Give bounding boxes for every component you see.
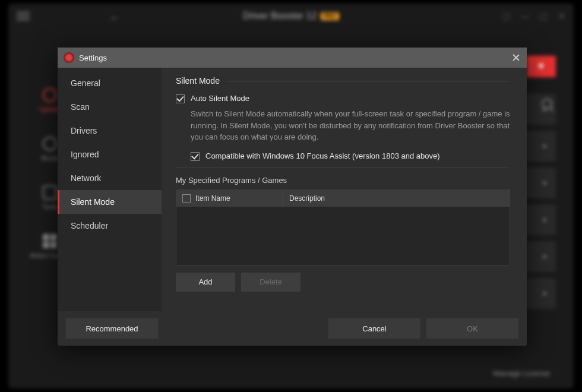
focus-assist-label: Compatible with Windows 10 Focus Assist … xyxy=(205,151,440,160)
chevron-down-icon: ▼ xyxy=(542,217,548,223)
programs-table: Item Name Description xyxy=(176,189,510,265)
hamburger-icon[interactable] xyxy=(17,12,30,20)
ok-button[interactable]: OK xyxy=(426,318,518,339)
select-all-checkbox[interactable] xyxy=(182,194,191,203)
close-app-icon[interactable]: ✕ xyxy=(558,11,565,21)
main-titlebar: Driver Booster 12 PRO ▢ — ▢ ✕ xyxy=(8,4,574,29)
nav-network[interactable]: Network xyxy=(58,166,162,190)
app-logo-icon xyxy=(64,52,74,63)
nav-silent-mode[interactable]: Silent Mode xyxy=(58,190,162,214)
back-icon[interactable]: ← xyxy=(109,12,120,24)
tools-icon xyxy=(43,185,57,200)
action-center-icon xyxy=(43,234,57,248)
nav-general[interactable]: General xyxy=(58,71,162,95)
edition-badge: PRO xyxy=(320,12,339,20)
update-icon xyxy=(43,88,57,102)
chevron-down-icon: ▼ xyxy=(542,254,548,260)
side-item-tools[interactable]: Tools xyxy=(42,185,58,210)
programs-section-label: My Specified Programs / Games xyxy=(176,176,510,185)
settings-dialog: Settings General Scan Drivers Ignored Ne… xyxy=(58,48,527,346)
maximize-icon[interactable]: ▢ xyxy=(540,11,548,21)
nav-ignored[interactable]: Ignored xyxy=(58,143,162,166)
close-icon[interactable] xyxy=(511,53,521,62)
settings-nav: General Scan Drivers Ignored Network Sil… xyxy=(58,68,162,311)
col-item-name: Item Name xyxy=(195,194,230,203)
app-title: Driver Booster 12 xyxy=(243,11,317,21)
auto-silent-checkbox[interactable] xyxy=(176,94,185,103)
col-description: Description xyxy=(289,194,325,203)
dialog-titlebar: Settings xyxy=(58,48,527,68)
table-header: Item Name Description xyxy=(176,190,510,207)
boost-icon xyxy=(43,137,57,151)
section-title: Silent Mode xyxy=(176,76,220,86)
add-button[interactable]: Add xyxy=(176,273,235,292)
primary-action-button[interactable]: ▼ xyxy=(526,56,556,77)
dialog-title: Settings xyxy=(79,53,107,62)
divider xyxy=(226,81,510,81)
nav-drivers[interactable]: Drivers xyxy=(58,119,162,143)
chevron-down-icon: ▼ xyxy=(542,290,548,297)
side-item-boost[interactable]: Boost xyxy=(42,137,58,162)
delete-button[interactable]: Delete xyxy=(241,273,301,292)
auto-silent-description: Switch to Silent Mode automatically when… xyxy=(191,108,510,143)
chevron-down-icon: ▼ xyxy=(542,143,548,150)
focus-assist-checkbox[interactable] xyxy=(191,152,200,161)
feedback-icon[interactable]: ▢ xyxy=(502,11,510,21)
search-icon[interactable] xyxy=(542,99,552,109)
manage-license-link[interactable]: Manage License xyxy=(494,369,550,378)
nav-scan[interactable]: Scan xyxy=(58,95,162,119)
auto-silent-label: Auto Silent Mode xyxy=(191,94,249,103)
settings-content: Silent Mode Auto Silent Mode Switch to S… xyxy=(162,68,527,311)
minimize-icon[interactable]: — xyxy=(521,11,529,21)
chevron-down-icon: ▼ xyxy=(542,180,548,186)
recommended-button[interactable]: Recommended xyxy=(66,318,158,339)
cancel-button[interactable]: Cancel xyxy=(328,318,420,339)
nav-scheduler[interactable]: Scheduler xyxy=(58,214,162,238)
dialog-footer: Recommended Cancel OK xyxy=(58,311,527,346)
divider xyxy=(176,167,510,167)
